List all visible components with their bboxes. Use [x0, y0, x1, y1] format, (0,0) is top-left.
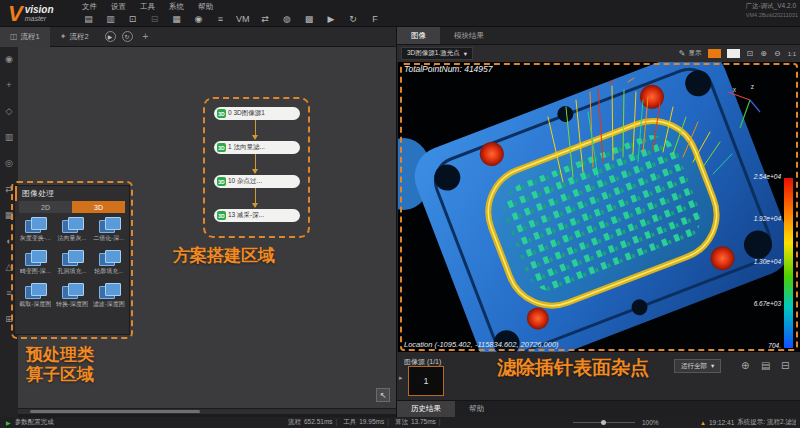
tab-2d[interactable]: 2D	[19, 201, 72, 213]
operator-label: 畸变图-深...	[20, 267, 51, 276]
menubar: 文件设置工具系统帮助	[82, 2, 213, 12]
image-source-strip: 图像源 (1/1) ▸ 1 滤除插针表面杂点 运行全部 ▾ ⊕ ▤ ⊟	[397, 352, 800, 400]
menu-item[interactable]: 文件	[82, 2, 97, 12]
image-source-dropdown[interactable]: 3D图像源1.激光点 ▾	[401, 47, 473, 60]
pencil-icon[interactable]: ✎	[679, 49, 686, 58]
camera-source-icon[interactable]: ◉	[3, 53, 15, 65]
add-flow-button[interactable]: +	[143, 31, 149, 42]
collapse-arrow-icon[interactable]: ▸	[399, 374, 403, 382]
run-flow-button[interactable]: ▶	[105, 31, 116, 42]
window-layout-icon[interactable]: ▦	[170, 12, 183, 25]
operator-item[interactable]: 孔洞填充...	[54, 250, 91, 276]
parameter-list-icon[interactable]: ≡	[214, 12, 227, 25]
operator-item[interactable]: 法向量灰...	[54, 217, 91, 243]
node-3d-icon: 3D	[217, 109, 226, 118]
open-folder-icon[interactable]: ▤	[761, 360, 770, 371]
color-swatch-white[interactable]	[727, 49, 740, 58]
fit-view-icon[interactable]: ⊡	[747, 49, 754, 58]
node-3d-icon: 3D	[217, 143, 226, 152]
one-to-one-icon[interactable]: 1:1	[788, 51, 796, 57]
node-3d-icon: 3D	[217, 177, 226, 186]
flow-node[interactable]: 3D 13 减采-深...	[214, 209, 300, 222]
run-all-button[interactable]: 运行全部 ▾	[674, 359, 721, 373]
node-3d-icon: 3D	[217, 211, 226, 220]
tab-flow1[interactable]: ◫ 流程1	[0, 27, 50, 47]
calibration-icon[interactable]: ◎	[3, 157, 15, 169]
zoom-percent: 100%	[642, 419, 659, 426]
chevron-down-icon: ▾	[464, 50, 467, 58]
run-once-icon[interactable]: ▶	[325, 12, 338, 25]
status-bar: ▶ 参数配置完成 流程652.51ms| 工具19.95ms| 算法13.75m…	[0, 417, 800, 428]
delete-icon[interactable]: ⊟	[781, 360, 789, 371]
menu-item[interactable]: 帮助	[198, 2, 213, 12]
status-text: 参数配置完成	[15, 418, 54, 427]
operator-item[interactable]: 轮廓填充...	[90, 250, 127, 276]
canvas-h-scrollbar[interactable]	[18, 409, 396, 414]
version-text: VM4.2Build20211031	[746, 12, 798, 18]
colorbar-tick: 6.67e+03	[754, 300, 781, 307]
metric: 流程652.51ms|	[288, 418, 337, 427]
stop-icon[interactable]: F	[369, 12, 382, 25]
data-queue-icon[interactable]: ▩	[303, 12, 316, 25]
tab-module-result[interactable]: 模块结果	[440, 27, 498, 44]
logo-text-vision: vision	[25, 5, 54, 14]
panel-title: 图像处理	[15, 186, 129, 201]
metric: 工具19.95ms|	[343, 418, 389, 427]
switch-icon[interactable]: ⇄	[259, 12, 272, 25]
operator-item[interactable]: 灰度变换-...	[17, 217, 54, 243]
menu-item[interactable]: 设置	[111, 2, 126, 12]
flow-node[interactable]: 3D 0 3D图像源1	[214, 107, 300, 120]
measure-icon[interactable]: ◇	[3, 105, 15, 117]
colorbar-tick: 704.	[768, 342, 781, 349]
color-swatch-orange[interactable]	[708, 49, 721, 58]
axis-x-label: x	[733, 86, 736, 93]
run-loop-button[interactable]: ↻	[122, 31, 133, 42]
main-toolbar: ▤▥⊡⊟▦◉≡VM⇄◍▩▶↻F	[82, 12, 382, 25]
operator-item[interactable]: 畸变图-深...	[17, 250, 54, 276]
annotation-preprocess-area: 预处理类 算子区域	[26, 345, 94, 385]
flow-node[interactable]: 3D 1 法向量滤...	[214, 141, 300, 154]
flow-node[interactable]: 3D 10 杂点过...	[214, 175, 300, 188]
pointcloud-viewport[interactable]: TotalPointNum: 414957 Location (-1095.40…	[398, 62, 800, 352]
locate-cursor-button[interactable]: ↖	[376, 388, 390, 402]
zoom-out-icon[interactable]: ⊖	[774, 49, 781, 58]
slider-handle[interactable]	[601, 420, 606, 425]
camera-icon[interactable]: ◉	[192, 12, 205, 25]
open-icon[interactable]: ▥	[104, 12, 117, 25]
operator-item[interactable]: 转换-深度图	[54, 283, 91, 309]
run-continuous-icon[interactable]: ↻	[347, 12, 360, 25]
operator-thumbnail-icon	[62, 283, 82, 298]
import-icon[interactable]: ⊟	[148, 12, 161, 25]
add-image-icon[interactable]: ⊕	[741, 360, 749, 371]
operator-label: 二值化-深...	[93, 234, 124, 243]
recognition-icon[interactable]: ▥	[3, 131, 15, 143]
export-icon[interactable]: ⊡	[126, 12, 139, 25]
tab-history-result[interactable]: 历史结果	[397, 401, 455, 417]
communication-icon[interactable]: ◍	[281, 12, 294, 25]
locate-icon[interactable]: +	[3, 79, 15, 91]
scrollbar-thumb[interactable]	[30, 410, 200, 413]
operator-item[interactable]: 截取-深度图	[17, 283, 54, 309]
save-icon[interactable]: ▤	[82, 12, 95, 25]
flow-tab-strip: ◫ 流程1 ✦ 流程2 ▶ ↻ +	[0, 27, 396, 47]
zoom-slider[interactable]	[573, 422, 635, 423]
result-panel: 图像 模块结果 3D图像源1.激光点 ▾ ✎ 显示 ⊡ ⊕ ⊖ 1:1	[396, 27, 800, 417]
tab-help[interactable]: 帮助	[455, 401, 498, 417]
zoom-in-icon[interactable]: ⊕	[760, 49, 767, 58]
operator-item[interactable]: 二值化-深...	[90, 217, 127, 243]
flow-icon: ✦	[60, 32, 67, 41]
vm-module-icon[interactable]: VM	[236, 12, 250, 25]
flow-canvas[interactable]: 3D 0 3D图像源1 3D 1 法向量滤... 3D 10 杂点过... 3D…	[18, 47, 396, 408]
logo-text-master: master	[25, 14, 54, 23]
timing-metrics: 流程652.51ms| 工具19.95ms| 算法13.75ms|	[288, 418, 441, 427]
tab-flow2[interactable]: ✦ 流程2	[50, 27, 99, 47]
operator-thumbnail-icon	[25, 217, 45, 232]
system-warning[interactable]: ▲ 19:12:41 系统提示: 流程2.滤波-深度图1	[700, 418, 796, 427]
image-thumbnail[interactable]: 1	[408, 366, 444, 396]
menu-item[interactable]: 系统	[169, 2, 184, 12]
menu-item[interactable]: 工具	[140, 2, 155, 12]
operator-label: 法向量灰...	[57, 234, 86, 243]
tab-3d[interactable]: 3D	[72, 201, 125, 213]
operator-item[interactable]: 滤波-深度图	[90, 283, 127, 309]
tab-image[interactable]: 图像	[397, 27, 440, 44]
